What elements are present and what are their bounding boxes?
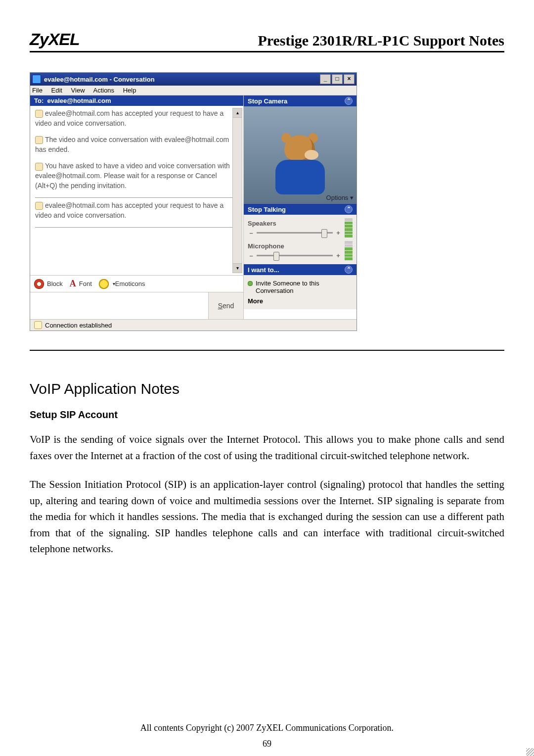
message-divider — [35, 197, 232, 198]
message-input[interactable] — [30, 292, 208, 319]
collapse-icon[interactable]: ⌃ — [345, 205, 353, 213]
to-label: To: — [34, 97, 44, 104]
maximize-button[interactable]: □ — [332, 74, 343, 84]
body-paragraph: VoIP is the sending of voice signals ove… — [30, 431, 504, 464]
status-text: Connection established — [45, 322, 112, 329]
options-dropdown[interactable]: Options ▾ — [326, 194, 354, 201]
page-header: ZyXEL Prestige 2301R/RL-P1C Support Note… — [30, 30, 504, 52]
minus-icon[interactable]: – — [248, 229, 255, 236]
block-button[interactable]: Block — [47, 280, 63, 287]
emoticon-icon[interactable] — [99, 279, 109, 289]
connection-icon — [34, 321, 42, 329]
window-titlebar[interactable]: evalee@hotmail.com - Conversation _ □ × — [30, 73, 356, 86]
plus-icon[interactable]: + — [335, 229, 342, 236]
minus-icon[interactable]: – — [248, 252, 255, 259]
block-icon[interactable] — [34, 279, 44, 289]
info-icon — [35, 110, 43, 118]
audio-panel: Speakers – + Micro — [244, 215, 356, 264]
status-bar: Connection established — [30, 319, 356, 331]
to-value: evalee@hotmail.com — [47, 97, 111, 104]
emoticons-button[interactable]: Emoticons — [115, 280, 145, 287]
body-paragraph: The Session Initiation Protocol (SIP) is… — [30, 476, 504, 557]
font-button[interactable]: Font — [79, 280, 92, 287]
menu-actions[interactable]: Actions — [93, 87, 114, 94]
minimize-button[interactable]: _ — [320, 74, 331, 84]
stop-camera-header[interactable]: Stop Camera ⌃ — [244, 95, 356, 106]
section-heading: VoIP Application Notes — [30, 380, 504, 397]
section-divider — [30, 350, 504, 351]
system-message: The video and voice conversation with ev… — [35, 135, 232, 154]
more-link[interactable]: More — [248, 296, 353, 306]
speaker-level-meter — [345, 218, 353, 237]
scroll-up-button[interactable]: ▴ — [233, 108, 242, 118]
font-icon[interactable]: A — [70, 279, 76, 289]
actions-panel: Invite Someone to this Conversation More — [244, 275, 356, 309]
collapse-icon[interactable]: ⌃ — [345, 266, 353, 274]
conversation-log: evalee@hotmail.com has accepted your req… — [30, 106, 243, 275]
page-number: 69 — [0, 739, 534, 749]
collapse-icon[interactable]: ⌃ — [345, 97, 353, 105]
app-icon — [32, 75, 41, 84]
to-bar: To: evalee@hotmail.com — [30, 95, 243, 106]
message-divider — [35, 227, 232, 228]
scrollbar[interactable]: ▴ ▾ — [232, 108, 242, 273]
document-title: Prestige 2301R/RL-P1C Support Notes — [258, 32, 504, 49]
resize-grip[interactable] — [526, 748, 534, 756]
i-want-to-header[interactable]: I want to... ⌃ — [244, 264, 356, 275]
mic-level-meter — [345, 240, 353, 260]
embedded-screenshot: evalee@hotmail.com - Conversation _ □ × … — [30, 72, 357, 331]
microphone-label: Microphone — [248, 242, 342, 250]
system-message: evalee@hotmail.com has accepted your req… — [35, 109, 232, 128]
plus-icon[interactable]: + — [335, 252, 342, 259]
compose-area: Send — [30, 292, 243, 319]
menu-bar: File Edit View Actions Help — [30, 86, 356, 95]
microphone-slider[interactable]: – + — [248, 252, 342, 259]
speakers-label: Speakers — [248, 220, 342, 227]
close-button[interactable]: × — [344, 74, 355, 84]
stop-camera-label: Stop Camera — [248, 97, 287, 105]
invite-link[interactable]: Invite Someone to this Conversation — [248, 278, 353, 296]
stop-talking-header[interactable]: Stop Talking ⌃ — [244, 204, 356, 215]
info-icon — [35, 163, 43, 171]
chat-toolbar: Block A Font ▾ Emoticons — [30, 275, 243, 292]
brand-logo: ZyXEL — [30, 30, 80, 49]
menu-view[interactable]: View — [71, 87, 85, 94]
i-want-to-label: I want to... — [248, 266, 279, 274]
system-message: evalee@hotmail.com has accepted your req… — [35, 201, 232, 220]
copyright-footer: All contents Copyright (c) 2007 ZyXEL Co… — [0, 723, 534, 733]
stop-talking-label: Stop Talking — [248, 206, 286, 213]
menu-help[interactable]: Help — [123, 87, 136, 94]
info-icon — [35, 136, 43, 144]
menu-file[interactable]: File — [32, 87, 43, 94]
menu-edit[interactable]: Edit — [51, 87, 62, 94]
subsection-heading: Setup SIP Account — [30, 409, 504, 421]
webcam-subject — [272, 135, 327, 194]
system-message: You have asked to have a video and voice… — [35, 161, 232, 190]
send-button[interactable]: Send — [208, 292, 243, 319]
video-preview: Options ▾ — [244, 106, 356, 204]
window-title: evalee@hotmail.com - Conversation — [44, 76, 319, 83]
speakers-slider[interactable]: – + — [248, 229, 342, 236]
scroll-down-button[interactable]: ▾ — [233, 263, 242, 273]
info-icon — [35, 202, 43, 210]
